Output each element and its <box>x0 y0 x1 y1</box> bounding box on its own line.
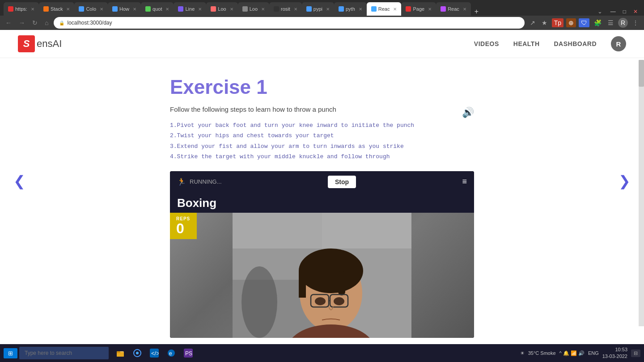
tab-3[interactable]: Colo ✕ <box>74 2 108 16</box>
step-1: 1.Pivot your back foot and turn your kne… <box>170 120 474 130</box>
taskbar-search-input[interactable] <box>19 347 109 359</box>
taskbar-right: ☀ 35°C Smoke ^ 🔔 📶 🔊 ENG 10:53 13-03-202… <box>520 346 640 360</box>
taskbar-vscode[interactable]: </> <box>146 346 162 360</box>
tab-7[interactable]: Loo ✕ <box>206 2 237 16</box>
taskbar: ⊞ </> e PS ☀ 35°C Smoke ^ 🔔 📶 🔊 ENG 10:5… <box>0 344 644 362</box>
share-icon[interactable]: ↗ <box>528 18 537 27</box>
video-header: 🏃 RUNNING... Stop ≡ <box>170 171 474 193</box>
notification-button[interactable]: ⊟ <box>631 349 640 357</box>
more-options-button[interactable]: ⋮ <box>631 18 640 27</box>
exercise-subtitle: Follow the following steps to learn how … <box>170 105 474 113</box>
tab-6[interactable]: Line ✕ <box>174 2 206 16</box>
security-icon: 🔒 <box>59 21 64 25</box>
stop-button[interactable]: Stop <box>328 176 356 188</box>
minimize-button[interactable]: — <box>608 8 619 16</box>
nav-health[interactable]: HEALTH <box>513 40 540 47</box>
video-area: REPS 0 <box>170 213 474 338</box>
taskbar-apps: </> e PS <box>112 346 196 360</box>
scrollbar[interactable] <box>639 60 644 326</box>
svg-point-12 <box>334 297 344 305</box>
main-content: Exercise 1 Follow the following steps to… <box>161 58 483 344</box>
tab-5[interactable]: quot ✕ <box>141 2 174 16</box>
tp-icon[interactable]: Tp <box>552 18 564 27</box>
taskbar-file-explorer[interactable] <box>112 346 128 360</box>
scroll-thumb[interactable] <box>639 60 644 87</box>
sound-icon[interactable]: 🔊 <box>462 107 474 118</box>
tab-14[interactable]: Reac ✕ <box>436 2 471 16</box>
player-menu-icon[interactable]: ≡ <box>462 177 467 186</box>
ext-icon-1[interactable]: ⊕ <box>566 18 576 27</box>
nav-videos[interactable]: VIDEOS <box>474 40 499 47</box>
exercise-name-label: Boxing <box>170 193 474 213</box>
taskbar-edge[interactable]: e <box>163 346 179 360</box>
taskbar-clock: 10:53 13-03-2022 <box>602 346 627 360</box>
next-exercise-button[interactable]: ❯ <box>614 168 635 194</box>
browser-action-buttons: ↗ ★ Tp ⊕ 🛡 🧩 ☰ R ⋮ <box>528 18 640 28</box>
bookmark-icon[interactable]: ★ <box>540 18 549 27</box>
taskbar-terminal[interactable]: PS <box>180 346 196 360</box>
ext-icon-4[interactable]: ☰ <box>606 18 615 27</box>
address-text: localhost:3000/day <box>67 20 112 26</box>
tab-10[interactable]: pypi ✕ <box>302 2 334 16</box>
tab-12-active[interactable]: Reac ✕ <box>367 2 402 16</box>
logo-text: ensAI <box>37 38 62 50</box>
svg-text:PS: PS <box>185 350 192 357</box>
exercise-title: Exercise 1 <box>170 76 474 98</box>
tab-8[interactable]: Loo ✕ <box>238 2 269 16</box>
address-bar[interactable]: 🔒 localhost:3000/day <box>54 17 524 29</box>
reps-badge: REPS 0 <box>170 213 197 239</box>
maximize-button[interactable]: □ <box>620 8 629 16</box>
step-2: 2.Twist your hips and chest towards your… <box>170 130 474 141</box>
forward-button[interactable]: → <box>17 18 27 27</box>
exercise-steps: 1.Pivot your back foot and turn your kne… <box>170 120 474 162</box>
tab-bar: https: ✕ Stack ✕ Colo ✕ How ✕ quot ✕ Lin… <box>0 0 644 16</box>
tab-bar-options[interactable]: ⌄ <box>594 7 606 16</box>
weather-icon: ☀ <box>520 350 525 356</box>
page-content: S ensAI VIDEOS HEALTH DASHBOARD R ❮ Exer… <box>0 30 644 344</box>
nav-dashboard[interactable]: DASHBOARD <box>554 40 597 47</box>
svg-rect-7 <box>338 271 345 295</box>
back-button[interactable]: ← <box>4 18 13 27</box>
svg-point-14 <box>242 266 277 338</box>
svg-rect-3 <box>233 213 411 248</box>
home-button[interactable]: ⌂ <box>43 18 50 27</box>
system-icons: ^ 🔔 📶 🔊 <box>559 350 585 356</box>
tab-9[interactable]: rosit ✕ <box>269 2 302 16</box>
profile-avatar-browser[interactable]: R <box>618 18 628 28</box>
user-avatar[interactable]: R <box>611 36 626 51</box>
tab-1[interactable]: https: ✕ <box>4 2 39 16</box>
reps-count: 0 <box>176 221 191 236</box>
svg-rect-6 <box>299 271 306 298</box>
taskbar-chrome[interactable] <box>129 346 145 360</box>
tab-4[interactable]: How ✕ <box>108 2 141 16</box>
video-player: 🏃 RUNNING... Stop ≡ Boxing REPS 0 <box>170 171 474 338</box>
step-3: 3.Extend your fist and allow your arm to… <box>170 141 474 152</box>
running-icon: 🏃 <box>177 177 186 186</box>
svg-point-11 <box>315 297 326 305</box>
webcam-feed <box>170 213 474 338</box>
svg-point-19 <box>136 352 139 354</box>
tab-11[interactable]: pyth ✕ <box>334 2 367 16</box>
svg-rect-17 <box>117 351 120 353</box>
navbar: S ensAI VIDEOS HEALTH DASHBOARD R <box>0 30 644 58</box>
tab-2[interactable]: Stack ✕ <box>39 2 75 16</box>
close-button[interactable]: ✕ <box>631 8 640 16</box>
ext-icon-2[interactable]: 🛡 <box>579 18 589 27</box>
svg-text:e: e <box>169 350 172 357</box>
language-indicator: ENG <box>588 350 599 356</box>
prev-exercise-button[interactable]: ❮ <box>9 168 30 194</box>
step-4: 4.Strike the target with your middle knu… <box>170 152 474 162</box>
exercise-header: Follow the following steps to learn how … <box>170 105 474 113</box>
tab-13[interactable]: Page ✕ <box>401 2 436 16</box>
reload-button[interactable]: ↻ <box>30 18 39 27</box>
svg-text:</>: </> <box>151 350 159 357</box>
running-indicator: 🏃 RUNNING... <box>177 177 222 186</box>
ext-icon-3[interactable]: 🧩 <box>592 18 603 27</box>
browser-controls-bar: ← → ↻ ⌂ 🔒 localhost:3000/day ↗ ★ Tp ⊕ 🛡 … <box>0 16 644 30</box>
weather-temp: 35°C Smoke <box>528 350 556 356</box>
new-tab-button[interactable]: + <box>471 8 482 16</box>
logo-icon: S <box>18 35 35 52</box>
start-button[interactable]: ⊞ <box>4 348 17 358</box>
logo: S ensAI <box>18 35 62 52</box>
running-status: RUNNING... <box>190 178 222 185</box>
